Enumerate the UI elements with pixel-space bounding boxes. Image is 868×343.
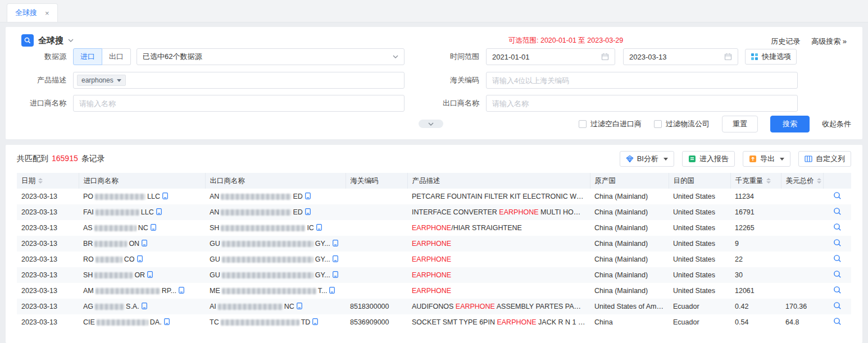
- datasource-selected-value: 已选中62个数据源: [143, 52, 202, 62]
- start-date-input[interactable]: 2021-01-01: [486, 48, 615, 65]
- company-contact-icon[interactable]: [142, 240, 147, 246]
- checkbox-icon[interactable]: [579, 120, 587, 128]
- importer-cell: FAILLC: [79, 204, 205, 220]
- company-contact-icon[interactable]: [151, 224, 156, 231]
- export-toggle-button[interactable]: 出口: [102, 48, 131, 65]
- view-detail-search-icon[interactable]: [833, 207, 842, 216]
- view-detail-search-icon[interactable]: [833, 223, 842, 231]
- company-contact-icon[interactable]: [147, 271, 153, 278]
- time-range-row: 时间范围 2021-01-01 2023-03-13 快捷选项: [433, 48, 798, 65]
- hs-code-cell: [346, 189, 407, 204]
- blurred-name: [95, 304, 124, 310]
- company-contact-icon[interactable]: [329, 287, 335, 294]
- global-search-logo-icon: [21, 34, 34, 47]
- bi-analysis-button[interactable]: BI分析: [620, 151, 674, 167]
- view-detail-search-icon[interactable]: [833, 301, 842, 310]
- company-contact-icon[interactable]: [297, 303, 302, 309]
- search-type-switcher[interactable]: 全球搜: [21, 34, 74, 47]
- summary-suffix: 条记录: [81, 154, 105, 164]
- product-desc-cell: INTERFACE CONVERTER EARPHONE MULTI HORN …: [407, 204, 590, 220]
- usd-total-cell: 170.36: [781, 299, 823, 314]
- company-contact-icon[interactable]: [162, 193, 168, 199]
- company-contact-icon[interactable]: [164, 318, 170, 325]
- product-desc-cell: AUDIFONOS EARPHONE ASSEMBLY PARTES PARA …: [407, 299, 590, 314]
- col-header-weight[interactable]: 千克重量: [730, 173, 781, 189]
- filter-logistics-checkbox[interactable]: 过滤物流公司: [654, 119, 710, 129]
- weight-kg-cell: 0.54: [730, 314, 781, 330]
- view-detail-search-icon[interactable]: [833, 191, 842, 200]
- view-detail-search-icon[interactable]: [833, 254, 842, 263]
- product-desc-row: 产品描述 earphones: [17, 72, 405, 89]
- columns-icon: [805, 155, 812, 163]
- table-row: 2023-03-13 AMRP... MET... EARPHONE China…: [17, 283, 851, 299]
- origin-country-cell: China (Mainland): [590, 189, 669, 204]
- tab-close-icon[interactable]: ×: [45, 9, 49, 17]
- view-detail-search-icon[interactable]: [833, 286, 842, 294]
- col-header-importer: 进口商名称: [79, 173, 205, 189]
- end-date-input[interactable]: 2023-03-13: [623, 48, 738, 65]
- exporter-cell: TCTD: [205, 314, 346, 330]
- destination-country-cell: United States: [669, 267, 730, 283]
- double-arrow-icon: »: [843, 37, 847, 45]
- destination-country-cell: Ecuador: [669, 314, 730, 330]
- usd-total-cell: [781, 251, 823, 267]
- filter-blank-importer-checkbox[interactable]: 过滤空白进口商: [579, 119, 642, 129]
- importer-cell: AMRP...: [79, 283, 205, 299]
- product-desc-input[interactable]: earphones: [73, 72, 405, 89]
- blurred-name: [94, 225, 137, 231]
- company-contact-icon[interactable]: [137, 255, 143, 262]
- blurred-name: [96, 288, 160, 294]
- hs-code-input[interactable]: [486, 72, 798, 89]
- tab-global-search[interactable]: 全球搜 ×: [7, 3, 58, 22]
- blurred-name: [221, 209, 291, 216]
- col-header-usd-total[interactable]: 美元总价: [781, 173, 823, 189]
- collapse-conditions-link[interactable]: 收起条件: [822, 119, 851, 129]
- importer-cell: ROCO: [79, 251, 205, 267]
- company-contact-icon[interactable]: [179, 287, 184, 294]
- datasource-select[interactable]: 已选中62个数据源: [137, 48, 405, 65]
- importer-cell: BRON: [79, 236, 205, 251]
- blurred-name: [221, 319, 299, 326]
- view-detail-search-icon[interactable]: [833, 317, 842, 326]
- date-cell: 2023-03-13: [17, 299, 79, 314]
- exporter-name-input[interactable]: [486, 95, 798, 112]
- destination-country-cell: United States: [669, 236, 730, 251]
- company-contact-icon[interactable]: [333, 240, 338, 246]
- product-tag[interactable]: earphones: [77, 75, 126, 86]
- origin-country-cell: United States of America: [590, 299, 669, 314]
- export-button[interactable]: 导出: [743, 151, 790, 167]
- checkbox-icon[interactable]: [654, 120, 662, 128]
- tab-title: 全球搜: [15, 8, 37, 18]
- importer-name-input[interactable]: [73, 95, 405, 112]
- sort-icon[interactable]: [766, 178, 771, 184]
- company-contact-icon[interactable]: [142, 303, 147, 309]
- hs-code-cell: [346, 220, 407, 236]
- actions-cell: [823, 236, 851, 251]
- sort-icon[interactable]: [38, 178, 43, 184]
- company-contact-icon[interactable]: [312, 318, 318, 325]
- table-row: 2023-03-13 SHOR GUGY... EARPHONE China (…: [17, 267, 851, 283]
- custom-columns-button[interactable]: 自定义列: [798, 151, 851, 167]
- col-header-date[interactable]: 日期: [17, 173, 79, 189]
- view-detail-search-icon[interactable]: [833, 239, 842, 247]
- company-contact-icon[interactable]: [333, 271, 338, 278]
- company-contact-icon[interactable]: [316, 224, 322, 231]
- reset-button[interactable]: 重置: [722, 116, 758, 132]
- import-toggle-button[interactable]: 进口: [73, 48, 102, 65]
- history-link[interactable]: 历史记录: [771, 36, 800, 47]
- importer-cell: SHOR: [79, 267, 205, 283]
- table-row: 2023-03-13 BRON GUGY... EARPHONE China (…: [17, 236, 851, 251]
- sort-icon[interactable]: [817, 178, 821, 184]
- company-contact-icon[interactable]: [156, 208, 162, 215]
- chevron-down-icon[interactable]: [68, 39, 74, 42]
- hs-code-cell: 8518300000: [346, 299, 407, 314]
- origin-country-cell: China (Mainland): [590, 283, 669, 299]
- advanced-search-link[interactable]: 高级搜索 »: [811, 36, 847, 47]
- search-button[interactable]: 搜索: [770, 116, 810, 132]
- company-contact-icon[interactable]: [305, 208, 311, 215]
- company-contact-icon[interactable]: [333, 255, 338, 262]
- company-contact-icon[interactable]: [305, 193, 311, 199]
- enter-report-button[interactable]: 进入报告: [682, 151, 735, 167]
- view-detail-search-icon[interactable]: [833, 270, 842, 278]
- quick-options-button[interactable]: 快捷选项: [745, 49, 797, 65]
